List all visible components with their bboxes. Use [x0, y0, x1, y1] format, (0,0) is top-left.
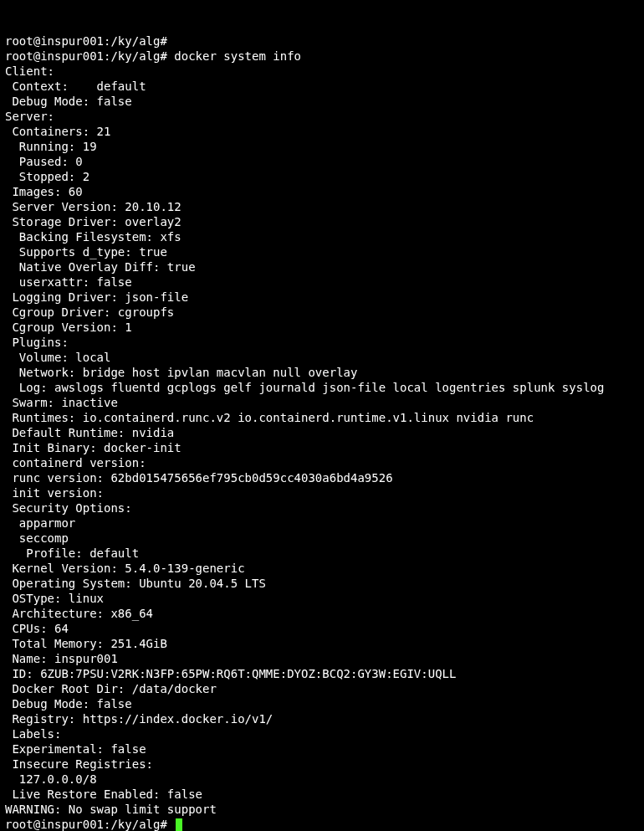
terminal-line: Docker Root Dir: /data/docker	[5, 681, 639, 696]
terminal-prompt-line[interactable]: root@inspur001:/ky/alg#	[5, 817, 639, 831]
terminal-line: Context: default	[5, 79, 639, 94]
terminal-line: Experimental: false	[5, 741, 639, 757]
terminal-line: Labels:	[5, 726, 639, 741]
terminal-line: Live Restore Enabled: false	[5, 787, 639, 802]
terminal-line: Log: awslogs fluentd gcplogs gelf journa…	[5, 380, 639, 395]
terminal-line: Backing Filesystem: xfs	[5, 229, 639, 244]
terminal-line: root@inspur001:/ky/alg# docker system in…	[5, 49, 639, 64]
terminal-line: Insecure Registries:	[5, 757, 639, 772]
terminal-line: apparmor	[5, 516, 639, 531]
terminal-line: Total Memory: 251.4GiB	[5, 636, 639, 651]
terminal-line: OSType: linux	[5, 591, 639, 606]
terminal-line: Security Options:	[5, 500, 639, 516]
terminal-line: Debug Mode: false	[5, 94, 639, 109]
terminal-line: Operating System: Ubuntu 20.04.5 LTS	[5, 576, 639, 591]
terminal-line: Images: 60	[5, 184, 639, 199]
terminal-line: Kernel Version: 5.4.0-139-generic	[5, 561, 639, 576]
terminal-line: Supports d_type: true	[5, 244, 639, 259]
terminal-line: Storage Driver: overlay2	[5, 214, 639, 229]
terminal-line: init version:	[5, 485, 639, 500]
terminal-line: Server Version: 20.10.12	[5, 199, 639, 214]
terminal-line: Registry: https://index.docker.io/v1/	[5, 711, 639, 726]
prompt-text: root@inspur001:/ky/alg#	[5, 818, 174, 831]
cursor-block	[176, 818, 182, 831]
terminal-line: Debug Mode: false	[5, 696, 639, 711]
terminal-line: Native Overlay Diff: true	[5, 259, 639, 274]
terminal-line: seccomp	[5, 531, 639, 546]
terminal-line: runc version: 62bd015475656ef795cb0d59cc…	[5, 470, 639, 485]
terminal-line: userxattr: false	[5, 274, 639, 290]
terminal-line: containerd version:	[5, 455, 639, 470]
terminal-line: Plugins:	[5, 335, 639, 350]
terminal-line: Swarm: inactive	[5, 395, 639, 410]
terminal-line: Running: 19	[5, 139, 639, 154]
terminal-line: Client:	[5, 64, 639, 79]
terminal-line: Init Binary: docker-init	[5, 440, 639, 455]
terminal-output[interactable]: root@inspur001:/ky/alg#root@inspur001:/k…	[0, 0, 644, 831]
terminal-line: Architecture: x86_64	[5, 606, 639, 621]
terminal-line: root@inspur001:/ky/alg#	[5, 33, 639, 49]
terminal-line: Containers: 21	[5, 124, 639, 139]
terminal-line: Server:	[5, 109, 639, 124]
terminal-line: Stopped: 2	[5, 169, 639, 184]
terminal-line: Network: bridge host ipvlan macvlan null…	[5, 365, 639, 380]
terminal-line: Runtimes: io.containerd.runc.v2 io.conta…	[5, 410, 639, 425]
terminal-line: Logging Driver: json-file	[5, 290, 639, 305]
terminal-line: WARNING: No swap limit support	[5, 802, 639, 817]
terminal-line: Paused: 0	[5, 154, 639, 169]
terminal-line: Cgroup Version: 1	[5, 320, 639, 335]
terminal-line: ID: 6ZUB:7PSU:V2RK:N3FP:65PW:RQ6T:QMME:D…	[5, 666, 639, 681]
terminal-line: Volume: local	[5, 350, 639, 365]
terminal-line: Name: inspur001	[5, 651, 639, 666]
terminal-line: 127.0.0.0/8	[5, 772, 639, 787]
terminal-line: Profile: default	[5, 546, 639, 561]
terminal-line: Cgroup Driver: cgroupfs	[5, 305, 639, 320]
terminal-line: Default Runtime: nvidia	[5, 425, 639, 440]
terminal-line: CPUs: 64	[5, 621, 639, 636]
terminal-lines: root@inspur001:/ky/alg#root@inspur001:/k…	[5, 33, 639, 817]
